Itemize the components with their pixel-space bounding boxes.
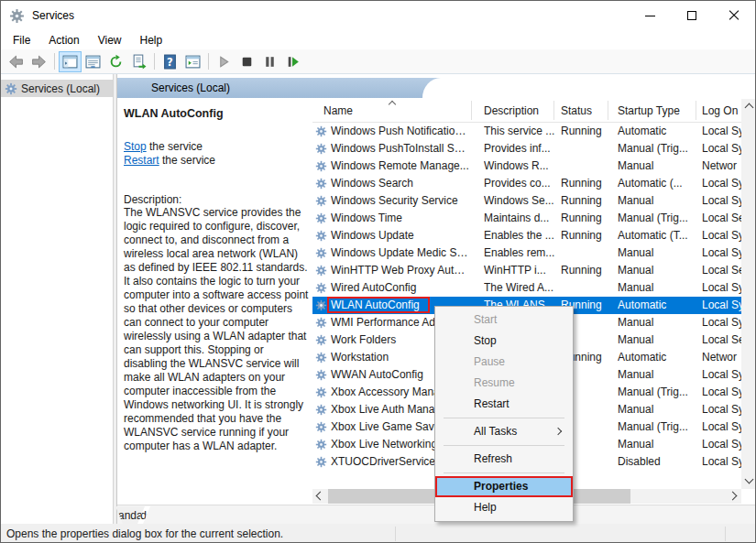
forward-button[interactable] [27, 51, 50, 72]
service-log-on: Local Sy [702, 386, 741, 398]
service-gear-icon [315, 282, 327, 294]
service-row[interactable]: Windows Update Medic Ser...Enables rem..… [312, 244, 741, 262]
context-menu-item-refresh[interactable]: Refresh [435, 449, 573, 470]
toolbar-separator [208, 53, 209, 70]
service-row[interactable]: WinHTTP Web Proxy Auto-...WinHTTP i...Ru… [312, 262, 741, 279]
service-row[interactable]: Windows Remote Manage...Windows R...Manu… [312, 157, 741, 175]
service-startup-type: Manual [618, 316, 700, 329]
service-gear-icon [315, 317, 327, 329]
refresh-icon [108, 54, 124, 70]
service-gear-icon [315, 334, 327, 346]
service-log-on: Local Sy [702, 142, 741, 155]
service-row[interactable]: Windows Security ServiceWindows Se...Run… [312, 192, 741, 210]
services-gear-icon [9, 8, 25, 24]
service-row[interactable]: Windows PushToInstall Serv...Provides in… [312, 140, 741, 157]
close-button[interactable] [713, 1, 755, 30]
service-log-on: Local Sy [702, 229, 741, 242]
back-button[interactable] [5, 51, 27, 72]
context-menu-item-help[interactable]: Help [435, 497, 573, 518]
show-console-tree-button[interactable] [59, 51, 82, 72]
help-button[interactable]: ? [159, 51, 181, 72]
service-description-cell: Windows R... [484, 159, 559, 172]
menu-separator [444, 445, 564, 446]
service-description-cell: Enables rem... [484, 246, 559, 259]
column-divider[interactable] [696, 101, 696, 120]
scroll-right-arrow[interactable] [729, 493, 737, 500]
column-header-name[interactable]: Name [323, 104, 353, 117]
export-list-icon [131, 54, 147, 70]
stop-service-button[interactable] [236, 51, 258, 72]
stop-icon [239, 54, 255, 70]
service-name: Windows Remote Manage... [331, 159, 470, 172]
menu-file[interactable]: File [4, 32, 39, 49]
service-description-cell: Maintains d... [484, 212, 559, 224]
service-log-on: Local Se [702, 333, 741, 346]
context-menu-item-stop[interactable]: Stop [435, 331, 573, 352]
extended-detail-pane: WLAN AutoConfig Stop the service Restart… [117, 98, 312, 505]
service-startup-type: Manual (Trig... [618, 386, 700, 398]
service-gear-icon [315, 230, 327, 242]
service-row[interactable]: Windows TimeMaintains d...RunningManual … [312, 210, 741, 227]
service-name: Windows PushToInstall Serv... [331, 142, 470, 155]
list-header: Name Description Status Startup Type Log… [312, 98, 741, 123]
refresh-button[interactable] [104, 51, 127, 72]
start-service-button[interactable] [213, 51, 236, 72]
service-gear-icon [315, 299, 327, 311]
service-startup-type: Manual [618, 264, 700, 277]
sort-ascending-icon [389, 101, 396, 108]
service-row[interactable]: Windows UpdateEnables the ...RunningAuto… [312, 227, 741, 244]
service-gear-icon [315, 352, 327, 364]
service-description-cell: This service ... [484, 125, 559, 137]
restart-service-link[interactable]: Restart [124, 154, 159, 167]
service-name: WinHTTP Web Proxy Auto-... [331, 264, 470, 277]
properties-button[interactable] [82, 51, 104, 72]
service-name: Wired AutoConfig [331, 281, 470, 294]
column-header-log-on[interactable]: Log On [702, 104, 738, 117]
vertical-scrollbar[interactable] [741, 99, 756, 489]
service-row[interactable]: Windows SearchProvides co...RunningAutom… [312, 175, 741, 192]
context-menu-item-properties[interactable]: Properties [435, 476, 573, 497]
column-header-startup-type[interactable]: Startup Type [618, 104, 680, 117]
service-row[interactable]: Windows Push Notification...This service… [312, 123, 741, 140]
menu-action[interactable]: Action [39, 32, 88, 49]
context-menu-item-restart[interactable]: Restart [435, 394, 573, 415]
service-startup-type: Manual [618, 281, 700, 294]
show-action-pane-button[interactable] [181, 51, 204, 72]
svg-text:?: ? [167, 55, 173, 68]
menu-separator [444, 418, 564, 418]
column-header-description[interactable]: Description [484, 104, 539, 117]
service-gear-icon [315, 404, 327, 416]
service-log-on: Local Sy [702, 299, 741, 311]
service-log-on: Local Sy [702, 246, 741, 259]
stop-service-link[interactable]: Stop [124, 140, 147, 153]
service-log-on: Local Sy [702, 368, 741, 381]
maximize-icon [687, 11, 696, 20]
scroll-down-arrow[interactable] [746, 476, 753, 483]
service-status: Running [561, 125, 616, 137]
scroll-up-arrow[interactable] [746, 104, 753, 112]
restart-service-button[interactable] [281, 51, 304, 72]
column-divider[interactable] [608, 101, 608, 120]
column-header-status[interactable]: Status [561, 104, 592, 117]
column-divider[interactable] [553, 101, 554, 120]
pause-service-button[interactable] [258, 51, 281, 72]
service-log-on: Local Sy [702, 420, 741, 433]
toolbar-separator [154, 53, 155, 70]
tree-item-services-local[interactable]: Services (Local) [1, 80, 113, 97]
minimize-button[interactable] [629, 1, 671, 30]
context-menu-item-all-tasks[interactable]: All Tasks [435, 421, 573, 442]
service-startup-type: Automatic (... [618, 177, 700, 190]
service-row[interactable]: Wired AutoConfigThe Wired A...ManualLoca… [312, 279, 741, 297]
export-list-button[interactable] [127, 51, 150, 72]
service-log-on: Local Se [702, 264, 741, 277]
maximize-button[interactable] [671, 1, 713, 30]
scroll-left-arrow[interactable] [317, 493, 324, 500]
service-log-on: Local Se [702, 212, 741, 224]
column-divider[interactable] [471, 101, 472, 120]
service-startup-type: Manual [618, 194, 700, 207]
service-startup-type: Automatic [618, 299, 700, 311]
menu-view[interactable]: View [89, 32, 131, 49]
start-icon [216, 54, 232, 70]
menu-help[interactable]: Help [131, 32, 172, 49]
service-status: Running [561, 212, 616, 224]
